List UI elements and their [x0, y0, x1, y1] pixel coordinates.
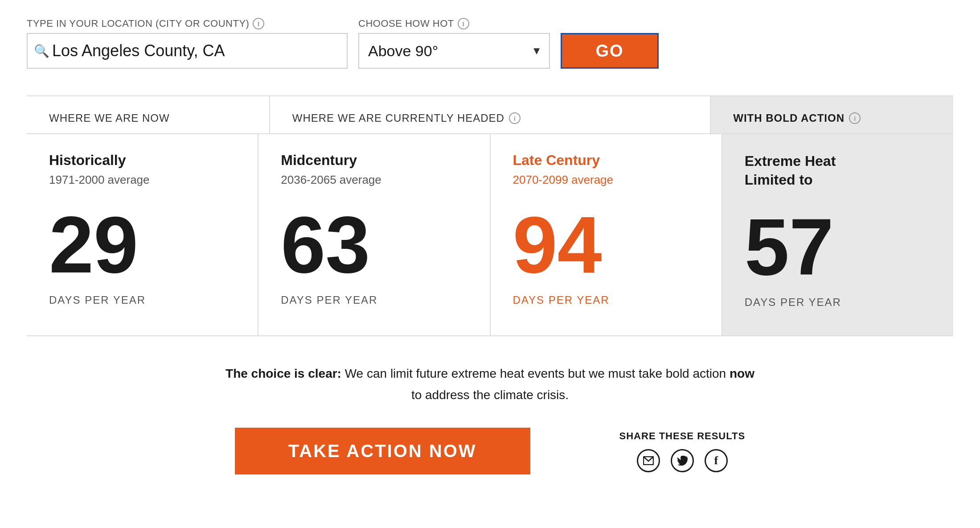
take-action-button[interactable]: TAKE ACTION NOW: [235, 428, 530, 474]
stat-late-century: Late Century 2070-2099 average 94 DAYS P…: [491, 134, 722, 335]
share-email-icon[interactable]: [637, 449, 660, 472]
historically-number: 29: [49, 205, 235, 285]
share-facebook-icon[interactable]: f: [705, 449, 728, 472]
header-bold-label: WITH BOLD ACTION: [733, 112, 845, 124]
stat-bold-action: Extreme HeatLimited to 57 DAYS PER YEAR: [722, 134, 953, 335]
stat-midcentury: Midcentury 2036-2065 average 63 DAYS PER…: [258, 134, 490, 335]
location-input[interactable]: [27, 33, 348, 69]
historically-period: 1971-2000 average: [49, 173, 235, 187]
bottom-section: The choice is clear: We can limit future…: [27, 363, 953, 474]
search-icon: 🔍: [34, 44, 49, 58]
midcentury-title: Midcentury: [281, 152, 467, 169]
share-icons: f: [619, 449, 746, 472]
bold-action-number: 57: [745, 207, 931, 287]
late-century-number: 94: [513, 205, 699, 285]
location-label: TYPE IN YOUR LOCATION (CITY OR COUNTY) i: [27, 18, 348, 29]
how-hot-select[interactable]: Above 90° Above 95° Above 100° Above 105…: [358, 33, 550, 69]
header-bold: WITH BOLD ACTION i: [711, 96, 953, 133]
location-group: TYPE IN YOUR LOCATION (CITY OR COUNTY) i…: [27, 18, 348, 69]
header-headed-label: WHERE WE ARE CURRENTLY HEADED: [292, 112, 504, 124]
how-hot-info-icon[interactable]: i: [458, 18, 469, 29]
bottom-message: The choice is clear: We can limit future…: [223, 363, 758, 405]
share-twitter-icon[interactable]: [671, 449, 694, 472]
bold-action-title: Extreme HeatLimited to: [745, 152, 931, 189]
bottom-actions: TAKE ACTION NOW SHARE THESE RESULTS f: [27, 428, 953, 474]
header-now: WHERE WE ARE NOW: [27, 96, 270, 133]
midcentury-unit: DAYS PER YEAR: [281, 294, 467, 306]
go-button[interactable]: GO: [561, 33, 659, 69]
share-section: SHARE THESE RESULTS f: [619, 430, 746, 472]
bold-info-icon[interactable]: i: [849, 112, 861, 124]
location-info-icon[interactable]: i: [253, 18, 264, 29]
historically-unit: DAYS PER YEAR: [49, 294, 235, 306]
choice-text: We can limit future extreme heat events …: [341, 367, 730, 380]
how-hot-label-text: CHOOSE HOW HOT: [358, 18, 454, 29]
share-label: SHARE THESE RESULTS: [619, 430, 746, 442]
headed-info-icon[interactable]: i: [509, 112, 521, 124]
how-hot-dropdown-wrapper: Above 90° Above 95° Above 100° Above 105…: [358, 33, 550, 69]
now-suffix-text: to address the climate crisis.: [411, 388, 569, 402]
input-section: TYPE IN YOUR LOCATION (CITY OR COUNTY) i…: [27, 18, 953, 69]
historically-title: Historically: [49, 152, 235, 169]
location-input-wrapper: 🔍: [27, 33, 348, 69]
midcentury-number: 63: [281, 205, 467, 285]
location-label-text: TYPE IN YOUR LOCATION (CITY OR COUNTY): [27, 18, 249, 29]
bold-action-unit: DAYS PER YEAR: [745, 296, 931, 309]
choice-bold-text: The choice is clear:: [226, 367, 341, 380]
how-hot-group: CHOOSE HOW HOT i Above 90° Above 95° Abo…: [358, 18, 550, 69]
late-century-title: Late Century: [513, 152, 699, 169]
late-century-period: 2070-2099 average: [513, 173, 699, 187]
stat-historically: Historically 1971-2000 average 29 DAYS P…: [27, 134, 258, 335]
how-hot-label: CHOOSE HOW HOT i: [358, 18, 550, 29]
header-headed: WHERE WE ARE CURRENTLY HEADED i: [270, 96, 711, 133]
late-century-unit: DAYS PER YEAR: [513, 294, 699, 306]
midcentury-period: 2036-2065 average: [281, 173, 467, 187]
header-now-label: WHERE WE ARE NOW: [49, 112, 170, 124]
data-row: Historically 1971-2000 average 29 DAYS P…: [27, 133, 953, 336]
section-headers: WHERE WE ARE NOW WHERE WE ARE CURRENTLY …: [27, 95, 953, 133]
now-bold-text: now: [730, 367, 754, 380]
